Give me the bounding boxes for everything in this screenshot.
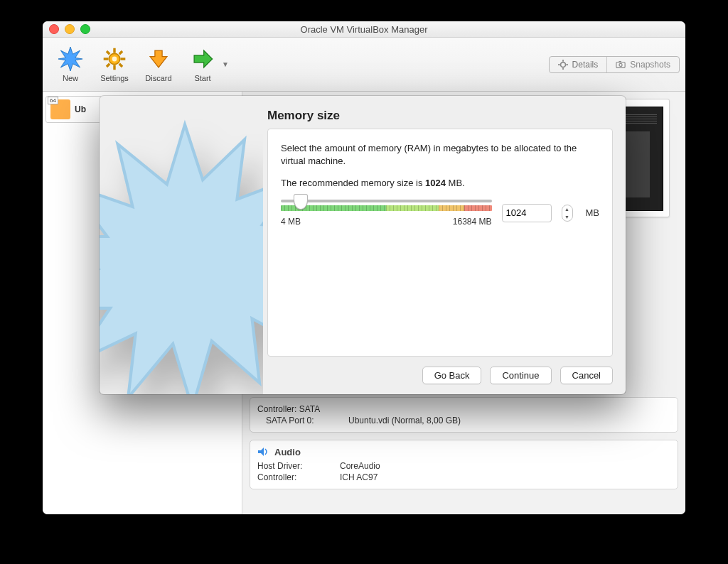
starburst-icon [58,47,82,71]
gear-small-icon [558,60,568,70]
memory-unit: MB [586,207,600,218]
discard-label: Discard [145,74,171,82]
discard-button[interactable]: Discard [136,47,181,82]
svg-marker-22 [100,125,263,395]
window-title: Oracle VM VirtualBox Manager [43,24,685,35]
speaker-icon [257,446,269,457]
snapshots-tab-label: Snapshots [630,60,670,70]
storage-controller-label: Controller: SATA [257,404,334,414]
audio-host-label: Host Driver: [257,461,334,471]
snapshots-tab[interactable]: Snapshots [606,57,679,72]
audio-header: Audio [274,447,301,457]
audio-controller-value: ICH AC97 [340,472,378,482]
svg-point-19 [619,63,622,66]
start-button[interactable]: Start [181,47,225,82]
new-label: New [63,74,78,82]
settings-button[interactable]: Settings [92,47,136,82]
cancel-button[interactable]: Cancel [560,367,613,384]
dialog-body: Select the amount of memory (RAM) in meg… [267,129,613,357]
memory-stepper[interactable]: ▲ ▼ [562,205,573,222]
start-dropdown-icon[interactable]: ▼ [222,60,229,68]
storage-port-value: Ubuntu.vdi (Normal, 8,00 GB) [348,416,461,425]
dialog-text-2: The recommended memory size is 1024 MB. [281,177,599,190]
storage-port-label: SATA Port 0: [257,416,343,425]
settings-label: Settings [100,74,129,82]
gear-icon [102,47,127,71]
storage-panel: Controller: SATA SATA Port 0: Ubuntu.vdi… [250,397,678,433]
view-segmented: Details Snapshots [549,56,680,73]
svg-point-13 [560,62,565,67]
stepper-up-icon[interactable]: ▲ [562,205,572,213]
dialog-text-2a: The recommended memory size is [281,178,425,188]
svg-line-7 [119,63,122,66]
vm-os-icon [50,99,70,119]
details-tab-label: Details [572,60,599,70]
svg-point-10 [112,56,117,61]
details-tab[interactable]: Details [550,57,607,72]
toolbar: New Settings Discard Start ▼ [43,38,685,92]
svg-marker-12 [194,50,213,67]
memory-input[interactable] [502,204,552,222]
svg-line-8 [119,50,122,53]
dialog-illustration [100,96,263,394]
dialog-title: Memory size [267,109,613,123]
memory-slider[interactable]: 4 MB 16384 MB [281,200,492,227]
svg-line-6 [107,50,109,53]
dialog-recommended-value: 1024 [425,178,446,188]
audio-host-value: CoreAudio [340,461,380,471]
discard-arrow-icon [146,47,171,71]
svg-line-9 [107,63,109,66]
slider-min-label: 4 MB [281,217,301,227]
go-back-button[interactable]: Go Back [422,367,482,384]
svg-marker-0 [58,47,82,71]
titlebar: Oracle VM VirtualBox Manager [43,21,685,38]
svg-rect-18 [616,62,625,67]
continue-button[interactable]: Continue [490,367,551,384]
vm-name: Ub [75,104,86,114]
audio-controller-label: Controller: [257,472,334,482]
slider-thumb-icon[interactable] [294,194,308,210]
svg-marker-21 [258,448,264,456]
dialog-text-1: Select the amount of memory (RAM) in meg… [281,142,599,167]
svg-rect-20 [619,60,622,62]
stepper-down-icon[interactable]: ▼ [562,213,572,221]
camera-icon [616,60,626,70]
audio-panel: Audio Host Driver:CoreAudio Controller:I… [250,440,678,489]
vm-list-item[interactable]: Ub [46,96,102,123]
svg-marker-11 [150,50,167,67]
start-arrow-icon [191,47,215,71]
start-label: Start [194,74,210,82]
dialog-text-2c: MB. [446,178,465,188]
memory-size-dialog: Memory size Select the amount of memory … [100,96,626,394]
new-button[interactable]: New [48,47,92,82]
slider-max-label: 16384 MB [453,217,492,227]
